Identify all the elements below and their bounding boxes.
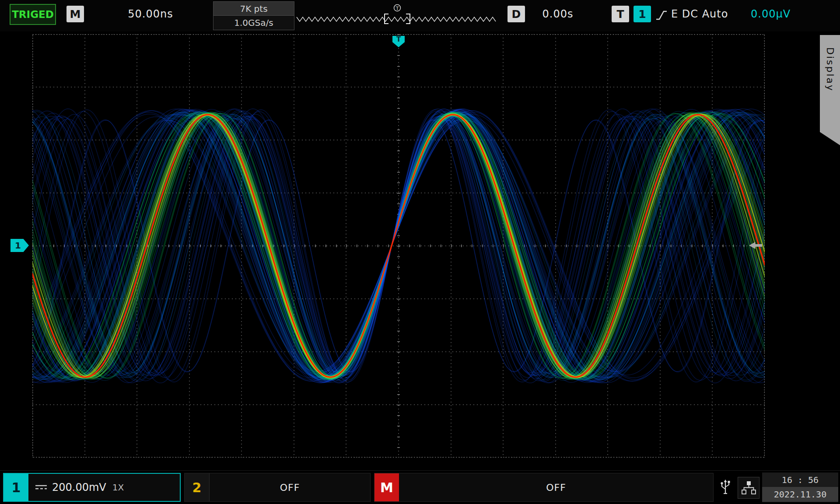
- math-status-section[interactable]: M OFF: [374, 473, 714, 502]
- date-display: 2022.11.30: [762, 487, 838, 502]
- clock-panel: 16 : 56 2022.11.30: [762, 472, 838, 502]
- bottom-status-bar: 1 200.00mV 1X 2 OFF M OFF: [0, 470, 840, 504]
- delay-label-button[interactable]: D: [508, 6, 525, 22]
- trigger-menu-button[interactable]: T: [612, 6, 629, 22]
- trigger-source-badge[interactable]: 1: [634, 6, 651, 22]
- rising-edge-icon: [655, 8, 668, 22]
- channel2-status-section[interactable]: 2 OFF: [184, 473, 371, 502]
- waveform-position-preview[interactable]: T: [296, 3, 498, 28]
- graticule-waveform-canvas: [32, 34, 765, 458]
- math-status: OFF: [399, 482, 713, 493]
- lan-network-icon: [741, 480, 756, 495]
- horizontal-menu-button[interactable]: M: [66, 6, 84, 22]
- preview-trigger-label: T: [396, 6, 399, 11]
- channel2-badge[interactable]: 2: [185, 473, 210, 501]
- time-display: 16 : 56: [762, 472, 838, 487]
- top-status-bar: TRIGED M 50.00ns 7K pts 1.0GSa/s T D 0.0…: [0, 0, 840, 32]
- usb-icon: [720, 479, 731, 496]
- timebase-value[interactable]: 50.00ns: [94, 6, 207, 22]
- preview-zigzag: [297, 17, 496, 21]
- acquisition-info-box[interactable]: 7K pts 1.0GSa/s: [213, 1, 294, 30]
- trigger-level-value: 0.00µV: [751, 6, 812, 22]
- math-badge[interactable]: M: [374, 473, 399, 501]
- display-menu-tab[interactable]: Display: [820, 35, 840, 145]
- trigger-coupling-mode: E DC Auto: [671, 6, 746, 22]
- channel1-badge[interactable]: 1: [4, 474, 28, 501]
- preview-strip-graphic: T: [296, 3, 498, 28]
- sample-rate: 1.0GSa/s: [214, 16, 294, 29]
- channel1-status-section[interactable]: 1 200.00mV 1X: [3, 473, 181, 502]
- preview-left-bracket: [385, 14, 388, 24]
- trigger-status-badge: TRIGED: [10, 4, 56, 25]
- channel1-volts-per-div: 200.00mV: [52, 481, 106, 494]
- delay-value: 0.00s: [529, 6, 586, 22]
- channel2-status: OFF: [210, 482, 370, 493]
- scope-display-area: T 1 Display: [0, 32, 840, 470]
- lan-indicator: [738, 477, 760, 499]
- dc-coupling-icon: [35, 483, 48, 491]
- usb-indicator: [718, 477, 733, 498]
- channel1-probe-ratio: 1X: [112, 482, 124, 493]
- memory-depth: 7K pts: [214, 2, 294, 16]
- channel1-level-marker[interactable]: 1: [10, 239, 29, 252]
